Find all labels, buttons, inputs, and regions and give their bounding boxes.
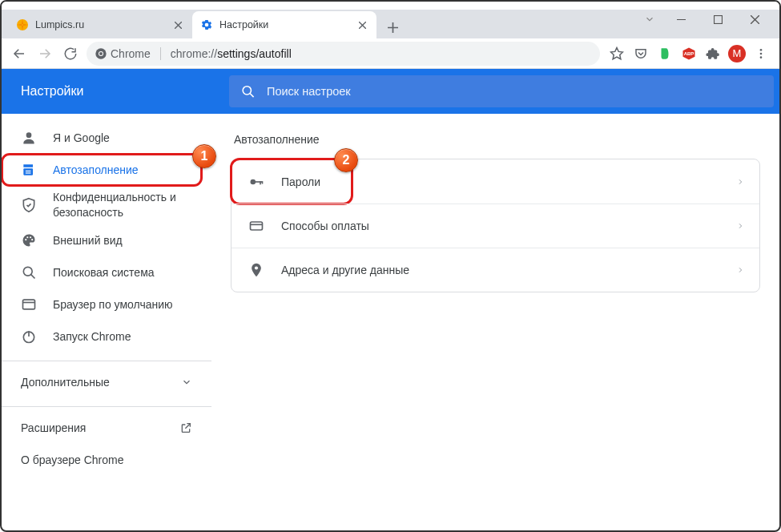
sidebar-item-label: Автозаполнение <box>53 163 139 178</box>
settings-header: Настройки <box>2 69 779 114</box>
gear-icon <box>200 18 213 31</box>
svg-rect-25 <box>23 168 33 175</box>
chevron-right-icon <box>737 265 743 275</box>
svg-point-19 <box>760 49 763 51</box>
window-minimize-button[interactable] <box>662 8 699 30</box>
reload-button[interactable] <box>58 41 83 66</box>
svg-marker-16 <box>611 47 623 58</box>
svg-point-15 <box>99 52 103 55</box>
svg-point-22 <box>243 87 251 95</box>
new-tab-button[interactable] <box>381 16 404 38</box>
evernote-icon[interactable] <box>656 45 674 62</box>
sidebar-extensions[interactable]: Расширения <box>2 412 211 444</box>
autofill-icon <box>21 162 37 178</box>
settings-sidebar: Я и Google Автозаполнение 1 Конфиденциал… <box>2 114 211 530</box>
svg-point-31 <box>31 239 33 240</box>
sidebar-about-chrome[interactable]: О браузере Chrome <box>2 444 211 476</box>
sidebar-item-on-startup[interactable]: Запуск Chrome <box>2 320 202 353</box>
svg-text:ABP: ABP <box>684 51 694 56</box>
tab-settings[interactable]: Настройки <box>192 11 376 38</box>
autofill-card: Пароли 2 . Способы оплаты Адреса и дру <box>231 159 760 292</box>
svg-rect-26 <box>26 171 31 171</box>
palette-icon <box>21 232 37 248</box>
sidebar-about-label: О браузере Chrome <box>21 453 124 466</box>
settings-search[interactable] <box>229 75 774 107</box>
bookmark-star-icon[interactable] <box>608 45 626 62</box>
profile-avatar[interactable]: M <box>728 45 746 62</box>
svg-point-45 <box>255 266 258 269</box>
svg-point-21 <box>760 56 763 58</box>
pocket-icon[interactable] <box>632 45 650 62</box>
open-external-icon <box>179 421 192 434</box>
extensions-puzzle-icon[interactable] <box>704 45 722 62</box>
forward-button[interactable] <box>32 41 58 66</box>
secure-label: Chrome <box>111 47 151 60</box>
sidebar-item-you-and-google[interactable]: Я и Google <box>2 122 202 154</box>
svg-rect-34 <box>23 300 35 309</box>
sidebar-item-autofill[interactable]: Автозаполнение <box>2 154 202 186</box>
sidebar-item-search-engine[interactable]: Поисковая система <box>2 256 202 288</box>
sidebar-item-default-browser[interactable]: Браузер по умолчанию <box>2 288 202 320</box>
sidebar-item-label: Внешний вид <box>53 233 123 248</box>
svg-point-30 <box>30 236 31 238</box>
sidebar-advanced[interactable]: Дополнительные <box>2 366 211 398</box>
svg-point-29 <box>26 236 28 238</box>
abp-icon[interactable]: ABP <box>680 45 698 62</box>
sidebar-advanced-label: Дополнительные <box>21 376 110 389</box>
window-close-button[interactable] <box>736 8 773 30</box>
tab-title: Настройки <box>219 19 356 30</box>
browser-icon <box>21 296 37 312</box>
sidebar-item-appearance[interactable]: Внешний вид <box>2 224 202 256</box>
svg-point-28 <box>25 239 26 240</box>
svg-rect-27 <box>26 172 31 173</box>
sidebar-item-label: Я и Google <box>53 131 110 146</box>
sidebar-item-label: Запуск Chrome <box>53 329 131 345</box>
tab-title: Lumpics.ru <box>35 19 171 30</box>
location-icon <box>248 262 265 278</box>
url-path: settings/autofill <box>217 47 292 60</box>
chrome-icon: Chrome <box>95 47 164 60</box>
svg-rect-1 <box>714 15 722 23</box>
chevron-right-icon <box>737 221 743 231</box>
back-button[interactable] <box>6 41 32 66</box>
search-icon <box>21 264 37 280</box>
svg-point-24 <box>26 132 32 138</box>
search-icon <box>240 83 256 99</box>
sidebar-item-label: Поисковая система <box>53 265 155 280</box>
chrome-menu-button[interactable] <box>752 45 770 62</box>
svg-line-33 <box>31 275 35 279</box>
svg-point-32 <box>23 267 32 276</box>
svg-line-38 <box>185 424 190 429</box>
favicon-lumpics <box>16 18 29 31</box>
person-icon <box>21 130 37 146</box>
section-title: Автозаполнение <box>234 133 760 146</box>
close-icon[interactable] <box>171 18 184 31</box>
sidebar-extensions-label: Расширения <box>21 421 86 434</box>
window-maximize-button[interactable] <box>699 8 736 30</box>
row-addresses[interactable]: Адреса и другие данные <box>231 248 759 292</box>
tab-lumpics[interactable]: Lumpics.ru <box>8 11 192 38</box>
settings-main: Автозаполнение Пароли 2 . Способы оп <box>211 114 779 530</box>
close-icon[interactable] <box>356 18 368 31</box>
settings-search-input[interactable] <box>267 85 763 98</box>
toolbar: Chrome chrome://settings/autofill ABP M <box>2 38 779 69</box>
window-pin-icon <box>637 8 662 30</box>
row-passwords-full[interactable]: . <box>231 159 759 204</box>
svg-line-23 <box>250 94 254 98</box>
svg-point-20 <box>760 52 763 54</box>
power-icon <box>21 328 37 345</box>
svg-rect-43 <box>251 222 263 230</box>
row-payment-methods[interactable]: Способы оплаты <box>231 204 759 248</box>
chevron-right-icon <box>737 177 743 187</box>
sidebar-item-label: Конфиденциальность и безопасность <box>53 190 183 220</box>
url-scheme: chrome:// <box>171 47 217 60</box>
address-bar[interactable]: Chrome chrome://settings/autofill <box>87 42 600 66</box>
row-label: Адреса и другие данные <box>281 264 409 276</box>
annotation-badge-1: 1 <box>192 144 216 168</box>
sidebar-item-label: Браузер по умолчанию <box>53 297 173 312</box>
credit-card-icon <box>248 218 265 234</box>
sidebar-item-privacy[interactable]: Конфиденциальность и безопасность <box>2 186 202 224</box>
row-label: Способы оплаты <box>281 220 369 232</box>
shield-icon <box>21 197 37 213</box>
chevron-down-icon <box>181 377 192 388</box>
